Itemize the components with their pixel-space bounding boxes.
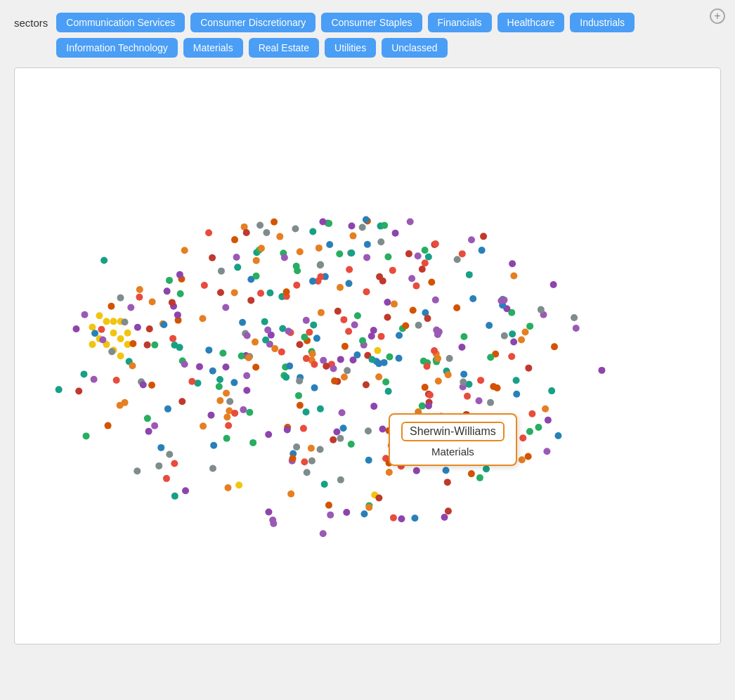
chart-area: Sherwin-Williams Materials: [14, 67, 721, 644]
sectors-label: sectors: [14, 17, 48, 29]
scatter-plot: [15, 68, 720, 644]
tag-utilities[interactable]: Utilities: [325, 38, 376, 58]
main-container: sectors Communication ServicesConsumer D…: [0, 0, 735, 700]
tag-real-estate[interactable]: Real Estate: [249, 38, 319, 58]
tag-communication-services[interactable]: Communication Services: [56, 13, 185, 32]
add-button[interactable]: +: [710, 8, 725, 24]
tag-consumer-discretionary[interactable]: Consumer Discretionary: [190, 13, 316, 32]
tag-unclassed[interactable]: Unclassed: [382, 38, 447, 58]
tag-healthcare[interactable]: Healthcare: [497, 13, 565, 32]
sectors-tags: Communication ServicesConsumer Discretio…: [56, 13, 721, 58]
tooltip: Sherwin-Williams Materials: [389, 413, 517, 466]
tag-materials[interactable]: Materials: [183, 38, 243, 58]
tag-financials[interactable]: Financials: [428, 13, 492, 32]
tag-industrials[interactable]: Industrials: [570, 13, 635, 32]
tag-information-technology[interactable]: Information Technology: [56, 38, 178, 58]
tag-consumer-staples[interactable]: Consumer Staples: [321, 13, 422, 32]
tooltip-company-name: Sherwin-Williams: [401, 422, 505, 441]
tooltip-sector: Materials: [401, 446, 505, 458]
top-bar: sectors Communication ServicesConsumer D…: [7, 7, 728, 63]
